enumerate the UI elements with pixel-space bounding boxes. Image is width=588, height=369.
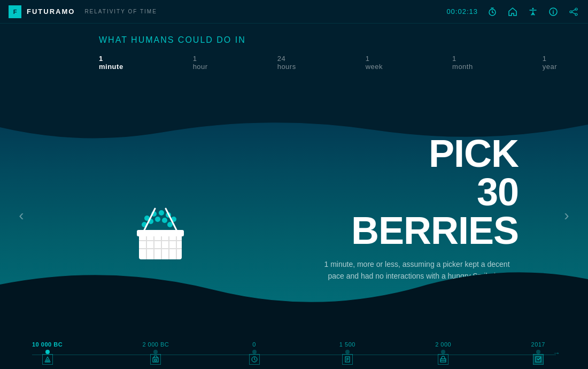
svg-rect-39: [536, 357, 541, 362]
svg-rect-25: [137, 230, 184, 236]
nav-arrow-right[interactable]: ›: [556, 205, 577, 226]
main-text: PICK 30 BERRIES 1 minute, more or less, …: [315, 134, 519, 282]
tab-1-hour[interactable]: 1 hour: [193, 55, 208, 71]
logo-box: F: [9, 5, 21, 18]
tab-1-week[interactable]: 1 week: [366, 55, 383, 71]
tab-1-minute[interactable]: 1 minute: [99, 55, 123, 71]
main-content: ‹ ›: [0, 104, 588, 326]
svg-point-4: [575, 8, 577, 10]
accessibility-icon[interactable]: [527, 6, 539, 18]
timeline-item-2000bc[interactable]: 2 000 BC: [142, 341, 169, 365]
timeline-icon-2000: [438, 354, 448, 365]
timeline-icon-2017: [533, 354, 544, 365]
timeline: → 10 000 BC 2 000 BC: [0, 326, 588, 369]
timeline-dot: [45, 350, 50, 354]
heading-pick: PICK 30 BERRIES: [315, 134, 519, 249]
timeline-item-2000[interactable]: 2 000: [435, 341, 451, 365]
brand-name: FUTURAMO: [27, 7, 75, 16]
logo-letter: F: [13, 9, 17, 15]
svg-point-13: [155, 217, 160, 222]
timer-display: 00:02:13: [446, 7, 478, 16]
timeline-icon-10000bc: [42, 354, 53, 365]
timer-icon[interactable]: [486, 6, 498, 18]
timeline-arrow: →: [553, 349, 560, 357]
section-title: WHAT HUMANS COULD DO IN: [99, 35, 588, 45]
svg-point-15: [167, 222, 173, 227]
brand-subtitle: RELATIVITY OF TIME: [84, 9, 157, 14]
timeline-icon-2000bc: [150, 354, 161, 365]
nav-arrow-left[interactable]: ‹: [11, 205, 32, 226]
svg-point-9: [159, 210, 164, 216]
timeline-icon-0: [249, 354, 260, 365]
timeline-item-10000bc[interactable]: 10 000 BC: [32, 341, 63, 365]
svg-rect-17: [139, 233, 182, 259]
svg-point-3: [553, 10, 554, 11]
share-icon[interactable]: [568, 6, 579, 18]
home-icon[interactable]: [507, 6, 519, 18]
top-section: WHAT HUMANS COULD DO IN 1 minute 1 hour …: [0, 24, 588, 114]
timeline-item-0[interactable]: 0: [249, 341, 260, 365]
svg-rect-32: [154, 359, 157, 361]
info-icon[interactable]: [547, 6, 559, 18]
header-right: 00:02:13: [446, 6, 579, 18]
svg-point-1: [532, 7, 534, 9]
timeline-item-2017[interactable]: 2017: [531, 341, 545, 365]
header: F FUTURAMO RELATIVITY OF TIME 00:02:13: [0, 0, 588, 24]
logo-area: F FUTURAMO RELATIVITY OF TIME: [9, 5, 157, 18]
svg-point-14: [162, 218, 167, 223]
timeline-items: 10 000 BC 2 000 BC: [32, 341, 545, 369]
svg-point-6: [575, 13, 577, 16]
timeline-icon-1500: [342, 354, 353, 365]
time-tabs: 1 minute 1 hour 24 hours 1 week 1 month …: [99, 55, 588, 71]
tab-1-month[interactable]: 1 month: [452, 55, 473, 71]
svg-point-5: [570, 11, 572, 13]
tab-24-hours[interactable]: 24 hours: [277, 55, 296, 71]
timeline-item-1500[interactable]: 1 500: [339, 341, 355, 365]
svg-rect-31: [153, 358, 158, 362]
tab-1-year[interactable]: 1 year: [543, 55, 557, 71]
